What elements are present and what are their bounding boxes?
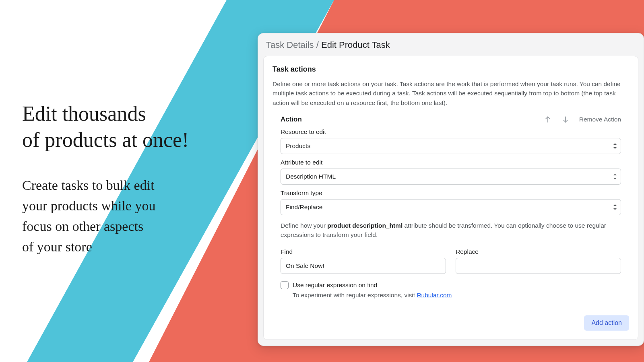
find-label: Find	[281, 248, 446, 255]
breadcrumb-sep: /	[316, 40, 319, 50]
breadcrumb-current: Edit Product Task	[321, 40, 390, 50]
headline-line1: Edit thousands	[22, 102, 146, 125]
arrow-down-icon[interactable]	[561, 115, 570, 123]
regex-hint-link[interactable]: Rubular.com	[417, 292, 452, 298]
transform-description: Define how your product description_html…	[281, 221, 621, 240]
transform-desc-bold: product description_html	[327, 222, 402, 229]
remove-action-button[interactable]: Remove Action	[579, 116, 621, 123]
marketing-subhead: Create tasks to bulk edit your products …	[22, 175, 215, 257]
resource-select[interactable]: Products	[281, 138, 621, 154]
transform-select[interactable]: Find/Replace	[281, 199, 621, 215]
subhead-line1: Create tasks to bulk edit	[22, 178, 155, 193]
app-window: Task Details / Edit Product Task Task ac…	[258, 33, 644, 346]
add-action-button[interactable]: Add action	[584, 315, 629, 331]
regex-label: Use regular expression on find	[293, 282, 377, 289]
attribute-label: Attribute to edit	[281, 159, 621, 166]
subhead-line3: focus on other aspects	[22, 219, 143, 234]
replace-label: Replace	[456, 248, 621, 255]
regex-hint-pre: To experiment with regular expressions, …	[293, 292, 417, 298]
breadcrumb-parent[interactable]: Task Details	[266, 40, 314, 50]
headline-line2: of products at once!	[22, 128, 189, 151]
subhead-line2: your products while you	[22, 198, 155, 213]
attribute-value: Description HTML	[286, 173, 336, 180]
task-actions-panel: Task actions Define one or more task act…	[263, 56, 638, 340]
action-title: Action	[281, 115, 302, 123]
panel-description: Define one or more task actions on your …	[272, 79, 629, 107]
find-input[interactable]	[281, 258, 446, 274]
regex-checkbox[interactable]	[281, 281, 289, 289]
transform-value: Find/Replace	[286, 204, 322, 211]
transform-label: Transform type	[281, 189, 621, 197]
breadcrumb: Task Details / Edit Product Task	[258, 33, 644, 56]
marketing-copy: Edit thousands of products at once! Crea…	[22, 101, 215, 257]
subhead-line4: of your store	[22, 239, 92, 254]
replace-input[interactable]	[456, 258, 621, 274]
action-block: Action Remove Action Resource to edit Pr…	[272, 115, 629, 299]
resource-label: Resource to edit	[281, 128, 621, 136]
arrow-up-icon[interactable]	[544, 115, 552, 123]
action-header: Action Remove Action	[281, 115, 621, 123]
regex-hint: To experiment with regular expressions, …	[293, 292, 621, 299]
transform-desc-pre: Define how your	[281, 222, 327, 229]
marketing-headline: Edit thousands of products at once!	[22, 101, 215, 153]
attribute-select[interactable]: Description HTML	[281, 169, 621, 185]
panel-title: Task actions	[272, 65, 629, 74]
resource-value: Products	[286, 142, 310, 150]
